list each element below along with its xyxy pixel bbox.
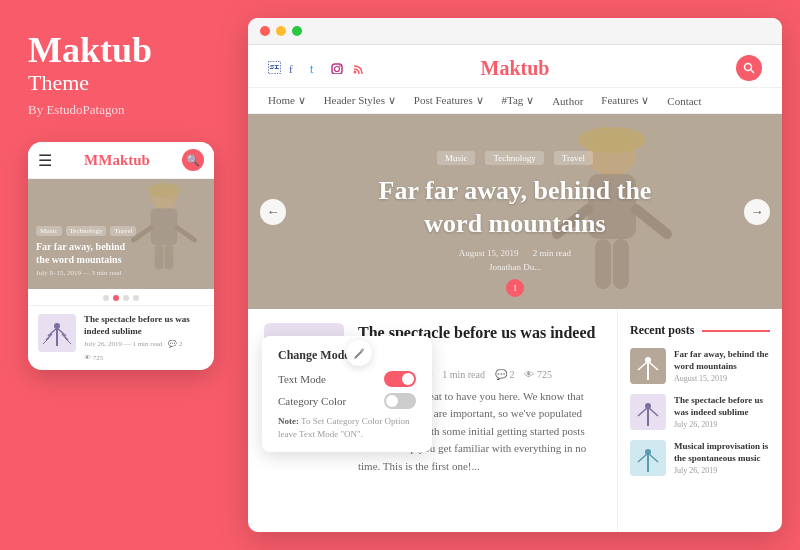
- blog-hero: Music Technology Travel Far far away, be…: [248, 114, 782, 309]
- mobile-dot-1: [103, 295, 109, 301]
- facebook-icon[interactable]: : [268, 60, 281, 76]
- sidebar-post-title-3[interactable]: Musical improvisation is the spontaneous…: [674, 440, 770, 464]
- sidebar-divider: [702, 330, 770, 332]
- nav-contact[interactable]: Contact: [667, 95, 701, 107]
- hero-read-time: 2 min read: [533, 248, 572, 258]
- mobile-menu-icon[interactable]: ☰: [38, 151, 52, 170]
- mobile-search-button[interactable]: 🔍: [182, 149, 204, 171]
- blog-header:  f t Maktub: [248, 45, 782, 88]
- nav-tag[interactable]: #Tag ∨: [502, 94, 535, 107]
- hero-title: Far far away, behind theword mountains: [379, 175, 652, 240]
- rss-icon-svg[interactable]: [352, 63, 365, 74]
- hero-prev-button[interactable]: ←: [260, 199, 286, 225]
- twitter-icon-svg[interactable]: t: [310, 63, 323, 74]
- mobile-hero-meta: July 8–15, 2019 — 3 min read: [36, 269, 136, 277]
- popup-category-color-label: Category Color: [278, 395, 346, 407]
- blog-sidebar: Recent posts: [617, 309, 782, 532]
- popup-text-mode-label: Text Mode: [278, 373, 326, 385]
- nav-features[interactable]: Features ∨: [601, 94, 649, 107]
- mobile-hero-tags: Music Technology Travel: [36, 226, 136, 236]
- mobile-tag-tech: Technology: [66, 226, 107, 236]
- by-line: By EstudoPatagon: [28, 102, 220, 118]
- text-mode-toggle[interactable]: [384, 371, 416, 387]
- mobile-card: The spectacle before us was indeed subli…: [28, 305, 214, 370]
- mobile-card-comments: 💬 2: [168, 340, 182, 348]
- mobile-hero: Music Technology Travel Far far away, be…: [28, 179, 214, 289]
- hero-indicator: 1: [506, 279, 524, 297]
- mobile-card-body: The spectacle before us was indeed subli…: [84, 314, 204, 362]
- browser-chrome: [248, 18, 782, 45]
- pencil-button[interactable]: [346, 340, 372, 366]
- popup-row-2: Category Color: [278, 393, 416, 409]
- mobile-dot-2[interactable]: [113, 295, 119, 301]
- hero-tags: Music Technology Travel: [437, 151, 593, 165]
- toggle-knob-2: [386, 395, 398, 407]
- mobile-card-views: 👁 725: [84, 354, 103, 362]
- sidebar-post-title-1[interactable]: Far far away, behind the word mountains: [674, 348, 770, 372]
- svg-text:t: t: [310, 63, 313, 74]
- blog-social:  f t: [268, 60, 365, 76]
- hero-tag-music: Music: [437, 151, 476, 165]
- mobile-card-date: July 26, 2019 — 1 min read: [84, 340, 162, 348]
- post-comments: 💬 2: [495, 369, 515, 380]
- browser-close-dot[interactable]: [260, 26, 270, 36]
- popup-note: Note: To Set Category Color Option leave…: [278, 415, 416, 440]
- svg-line-3: [177, 228, 194, 240]
- svg-rect-5: [165, 245, 174, 269]
- sidebar-thumb-1: [630, 348, 666, 384]
- sidebar-thumb-3: [630, 440, 666, 476]
- blog-header-inner:  f t Maktub: [268, 55, 762, 81]
- mobile-tag-travel: Travel: [110, 226, 136, 236]
- toggle-knob-1: [402, 373, 414, 385]
- pencil-icon: [353, 347, 366, 360]
- mobile-preview: ☰ MMaktub 🔍 Music Technology Travel: [28, 142, 214, 370]
- nav-header-styles[interactable]: Header Styles ∨: [324, 94, 396, 107]
- browser-window:  f t Maktub Home ∨ Hea: [248, 18, 782, 532]
- hero-meta: August 15, 2019 2 min read: [459, 248, 571, 258]
- instagram-icon-svg[interactable]: [331, 63, 344, 74]
- mobile-dot-4: [133, 295, 139, 301]
- sidebar-thumb-2: [630, 394, 666, 430]
- svg-point-6: [147, 183, 181, 198]
- sidebar-post-3: Musical improvisation is the spontaneous…: [630, 440, 770, 476]
- sidebar-post-1: Far far away, behind the word mountains …: [630, 348, 770, 384]
- nav-post-features[interactable]: Post Features ∨: [414, 94, 484, 107]
- mobile-hero-content: Music Technology Travel Far far away, be…: [36, 226, 136, 277]
- mobile-card-title: The spectacle before us was indeed subli…: [84, 314, 204, 337]
- svg-point-21: [354, 70, 357, 73]
- brand-subtitle: Theme: [28, 70, 220, 96]
- hero-tag-tech: Technology: [485, 151, 543, 165]
- sidebar-post-body-2: The spectacle before us was indeed subli…: [674, 394, 770, 429]
- category-color-toggle[interactable]: [384, 393, 416, 409]
- hero-next-button[interactable]: →: [744, 199, 770, 225]
- blog-search-button[interactable]: [736, 55, 762, 81]
- facebook-icon-svg[interactable]: f: [289, 63, 302, 74]
- svg-point-20: [339, 65, 341, 67]
- browser-minimize-dot[interactable]: [276, 26, 286, 36]
- svg-point-22: [745, 64, 752, 71]
- browser-maximize-dot[interactable]: [292, 26, 302, 36]
- post-views: 👁 725: [524, 369, 552, 380]
- nav-home[interactable]: Home ∨: [268, 94, 306, 107]
- sidebar-post-title-2[interactable]: The spectacle before us was indeed subli…: [674, 394, 770, 418]
- mobile-logo: MMaktub: [84, 152, 150, 169]
- brand-title: Maktub: [28, 32, 220, 68]
- blog-logo: Maktub: [481, 57, 550, 80]
- mobile-tag-music: Music: [36, 226, 62, 236]
- blog-nav: Home ∨ Header Styles ∨ Post Features ∨ #…: [248, 88, 782, 114]
- svg-rect-1: [151, 208, 178, 245]
- sidebar-post-date-1: August 15, 2019: [674, 374, 770, 383]
- mobile-card-thumb: [38, 314, 76, 352]
- svg-point-19: [335, 66, 340, 71]
- nav-author[interactable]: Author: [552, 95, 583, 107]
- sidebar-section-title: Recent posts: [630, 323, 770, 338]
- popup-row-1: Text Mode: [278, 371, 416, 387]
- sidebar-post-2: The spectacle before us was indeed subli…: [630, 394, 770, 430]
- blog-content:  f t Maktub Home ∨ Hea: [248, 45, 782, 532]
- sidebar-post-date-2: July 26, 2019: [674, 420, 770, 429]
- mobile-dot-3: [123, 295, 129, 301]
- hero-author: Jonathan Du...: [489, 262, 541, 272]
- sidebar-post-body-3: Musical improvisation is the spontaneous…: [674, 440, 770, 475]
- post-read-time: 1 min read: [442, 369, 485, 380]
- svg-line-23: [751, 70, 754, 73]
